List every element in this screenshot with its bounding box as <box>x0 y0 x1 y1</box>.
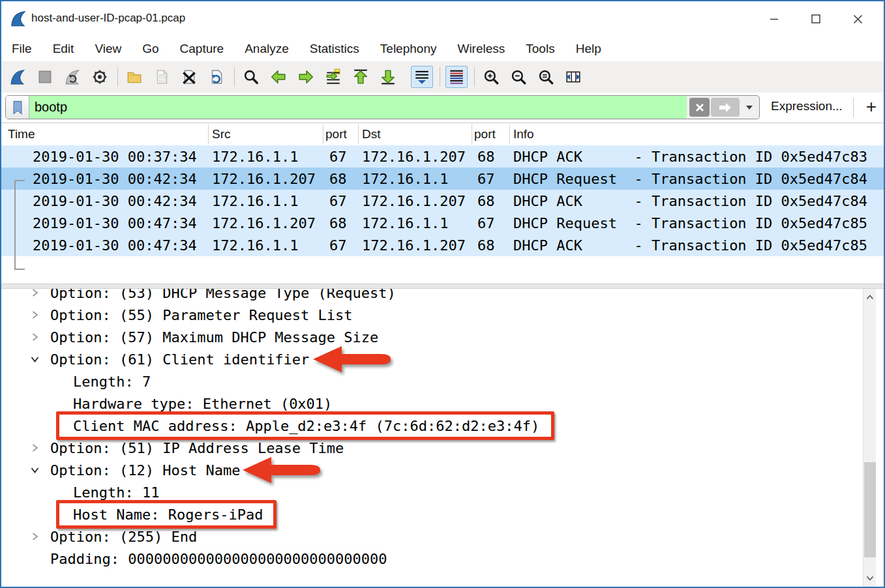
detail-text: Option: (12) Host Name <box>50 462 240 478</box>
zoom-out-icon[interactable] <box>507 66 530 88</box>
clear-filter-icon[interactable] <box>689 98 710 117</box>
svg-text:0111: 0111 <box>159 79 167 83</box>
detail-line[interactable]: Option: (255) End <box>1 525 884 548</box>
pane-splitter[interactable] <box>1 284 884 289</box>
column-divider[interactable] <box>208 125 209 144</box>
start-capture-icon[interactable] <box>7 66 29 88</box>
menu-item-help[interactable]: Help <box>576 42 601 56</box>
stop-capture-icon[interactable] <box>34 66 56 88</box>
resize-columns-icon[interactable] <box>562 66 584 88</box>
expression-button[interactable]: Expression... <box>771 99 843 113</box>
chevron-down-icon[interactable] <box>30 465 40 475</box>
cell-sport: 67 <box>329 193 347 209</box>
detail-text: Hardware type: Ethernet (0x01) <box>73 396 332 412</box>
cell-info: DHCP Request - Transaction ID 0x5ed47c84 <box>513 171 867 187</box>
column-divider[interactable] <box>358 125 359 144</box>
column-divider[interactable] <box>323 125 323 144</box>
packet-details-pane: Option: (53) DHCP Message Type (Request)… <box>1 289 884 587</box>
cell-src: 172.16.1.207 <box>212 215 316 231</box>
zoom-reset-icon[interactable] <box>535 66 557 88</box>
scroll-up-icon[interactable] <box>863 289 877 306</box>
column-header-dstport[interactable]: port <box>474 127 496 141</box>
minimize-button[interactable] <box>753 1 795 37</box>
menu-item-capture[interactable]: Capture <box>180 42 224 56</box>
menu-item-go[interactable]: Go <box>142 42 158 56</box>
close-button[interactable] <box>837 1 878 37</box>
detail-line[interactable]: Host Name: Rogers-iPad <box>1 503 884 525</box>
bookmark-icon[interactable] <box>6 96 29 119</box>
packet-row[interactable]: 2019-01-30 00:47:34172.16.1.167172.16.1.… <box>1 234 884 256</box>
packet-row[interactable]: 2019-01-30 00:47:34172.16.1.20768172.16.… <box>1 212 884 234</box>
cell-info: DHCP Request - Transaction ID 0x5ed47c85 <box>513 215 867 231</box>
wireshark-window: host-and-user-ID-pcap-01.pcap FileEditVi… <box>0 0 885 588</box>
packet-row[interactable]: 2019-01-30 00:42:34172.16.1.167172.16.1.… <box>1 190 884 212</box>
reload-file-icon[interactable] <box>205 66 228 88</box>
detail-line[interactable]: Option: (61) Client identifier <box>1 348 884 370</box>
cell-src: 172.16.1.1 <box>212 193 298 209</box>
go-forward-icon[interactable] <box>295 66 317 88</box>
detail-line[interactable]: Option: (55) Parameter Request List <box>1 304 884 326</box>
go-last-icon[interactable] <box>377 66 399 88</box>
detail-line[interactable]: Padding: 000000000000000000000000000000 <box>1 548 884 570</box>
chevron-right-icon[interactable] <box>30 310 40 320</box>
display-filter-input[interactable]: bootp <box>29 96 687 119</box>
detail-text: Option: (255) End <box>50 529 197 545</box>
open-file-folder-icon[interactable] <box>123 66 145 88</box>
main-toolbar: 010101100111 <box>1 61 884 93</box>
detail-line[interactable]: Client MAC address: Apple_d2:e3:4f (7c:6… <box>1 415 884 437</box>
details-scrollbar[interactable] <box>863 289 876 587</box>
go-first-icon[interactable] <box>350 66 372 88</box>
close-file-icon[interactable] <box>178 66 200 88</box>
chevron-right-icon[interactable] <box>30 532 40 542</box>
auto-scroll-icon[interactable] <box>411 66 433 88</box>
chevron-right-icon[interactable] <box>30 332 40 342</box>
capture-options-gear-icon[interactable] <box>89 66 111 88</box>
cell-time: 2019-01-30 00:42:34 <box>33 171 197 187</box>
title-bar: host-and-user-ID-pcap-01.pcap <box>1 1 884 37</box>
menu-item-edit[interactable]: Edit <box>53 42 74 56</box>
packet-row[interactable]: 2019-01-30 00:37:34172.16.1.167172.16.1.… <box>1 145 884 168</box>
find-packet-icon[interactable] <box>240 66 262 88</box>
menu-item-tools[interactable]: Tools <box>526 42 554 56</box>
scroll-down-icon[interactable] <box>863 570 877 587</box>
chevron-right-icon[interactable] <box>30 289 40 298</box>
go-to-packet-icon[interactable] <box>322 66 344 88</box>
column-header-srcport[interactable]: port <box>325 127 347 141</box>
packet-row[interactable]: 2019-01-30 00:42:34172.16.1.20768172.16.… <box>1 168 884 190</box>
detail-text: Padding: 000000000000000000000000000000 <box>50 551 387 567</box>
scrollbar-thumb[interactable] <box>864 462 876 557</box>
detail-line[interactable]: Option: (51) IP Address Lease Time <box>1 437 884 459</box>
detail-line[interactable]: Option: (57) Maximum DHCP Message Size <box>1 326 884 348</box>
column-header-src[interactable]: Src <box>212 127 231 141</box>
column-header-dst[interactable]: Dst <box>362 127 381 141</box>
menu-item-file[interactable]: File <box>12 42 32 56</box>
go-back-icon[interactable] <box>267 66 290 88</box>
restart-capture-icon[interactable] <box>61 66 83 88</box>
column-header-info[interactable]: Info <box>513 127 534 141</box>
chevron-right-icon[interactable] <box>30 443 40 453</box>
packet-rows: 2019-01-30 00:37:34172.16.1.167172.16.1.… <box>1 145 884 256</box>
detail-line[interactable]: Hardware type: Ethernet (0x01) <box>1 392 884 415</box>
zoom-in-icon[interactable] <box>480 66 502 88</box>
maximize-button[interactable] <box>795 1 837 37</box>
detail-line[interactable]: Option: (12) Host Name <box>1 459 884 481</box>
menu-item-view[interactable]: View <box>95 42 121 56</box>
add-filter-button[interactable]: + <box>861 94 882 120</box>
column-divider[interactable] <box>472 125 472 144</box>
detail-line[interactable]: Length: 7 <box>1 370 884 392</box>
colorize-icon[interactable] <box>445 66 468 88</box>
chevron-down-icon[interactable] <box>30 355 40 364</box>
menu-item-wireless[interactable]: Wireless <box>457 42 505 56</box>
apply-filter-icon[interactable] <box>711 98 740 117</box>
detail-line[interactable]: Option: (53) DHCP Message Type (Request) <box>1 289 884 304</box>
filter-separator <box>853 98 854 117</box>
cell-info: DHCP ACK - Transaction ID 0x5ed47c84 <box>513 193 867 209</box>
menu-item-telephony[interactable]: Telephony <box>380 42 437 56</box>
detail-line[interactable]: Length: 11 <box>1 481 884 503</box>
menu-item-statistics[interactable]: Statistics <box>310 42 359 56</box>
filter-dropdown-icon[interactable] <box>740 96 759 119</box>
save-file-icon[interactable]: 010101100111 <box>151 66 173 88</box>
column-divider[interactable] <box>509 125 510 144</box>
menu-item-analyze[interactable]: Analyze <box>245 42 289 56</box>
column-header-time[interactable]: Time <box>8 127 35 141</box>
